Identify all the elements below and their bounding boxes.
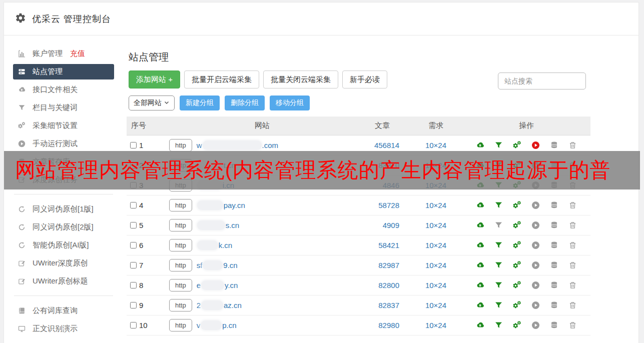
beginner-guide-button[interactable]: 新手必读 — [342, 70, 387, 88]
articles-count-link[interactable]: 58421 — [355, 241, 409, 250]
trash-action-icon[interactable] — [568, 200, 577, 210]
storage-action-icon[interactable] — [549, 280, 559, 290]
http-protocol-button[interactable]: http — [169, 279, 192, 292]
play-action-icon[interactable] — [531, 320, 540, 330]
sidebar-item[interactable]: 同义词伪原创[1版] — [13, 200, 114, 218]
upload-action-icon[interactable] — [475, 280, 485, 290]
site-domain-link[interactable]: k.cn — [197, 240, 233, 250]
row-checkbox[interactable] — [130, 282, 137, 288]
storage-action-icon[interactable] — [549, 260, 559, 270]
recharge-link[interactable]: 充值 — [70, 49, 85, 58]
play-action-icon[interactable] — [531, 140, 540, 150]
play-action-icon[interactable] — [531, 300, 540, 310]
row-checkbox[interactable] — [130, 322, 137, 328]
play-action-icon[interactable] — [531, 200, 540, 210]
sidebar-item[interactable]: UWriter原创标题 — [13, 272, 114, 290]
row-checkbox[interactable] — [130, 302, 137, 308]
http-protocol-button[interactable]: http — [169, 299, 192, 312]
trash-action-icon[interactable] — [568, 240, 577, 250]
new-group-button[interactable]: 新建分组 — [180, 96, 220, 110]
filter-action-icon[interactable] — [494, 260, 503, 270]
sidebar-item[interactable]: 手动运行测试 — [13, 134, 114, 152]
settings-action-icon[interactable] — [512, 200, 522, 210]
upload-action-icon[interactable] — [475, 300, 485, 310]
row-checkbox[interactable] — [130, 142, 137, 148]
sidebar-item[interactable]: 同义词伪原创[2版] — [13, 218, 114, 236]
settings-action-icon[interactable] — [512, 220, 522, 230]
http-protocol-button[interactable]: http — [169, 199, 192, 212]
row-checkbox[interactable] — [130, 222, 137, 228]
sidebar-item[interactable]: 公有词库查询 — [13, 302, 114, 320]
http-protocol-button[interactable]: http — [169, 319, 192, 332]
delete-group-button[interactable]: 删除分组 — [225, 96, 265, 110]
http-protocol-button[interactable]: http — [169, 239, 192, 252]
move-group-button[interactable]: 移动分组 — [270, 96, 310, 110]
site-domain-link[interactable]: vp.cn — [197, 320, 237, 330]
storage-action-icon[interactable] — [549, 140, 559, 150]
trash-action-icon[interactable] — [568, 280, 577, 290]
filter-action-icon[interactable] — [494, 240, 503, 250]
filter-action-icon[interactable] — [494, 140, 503, 150]
upload-action-icon[interactable] — [475, 200, 485, 210]
articles-count-link[interactable]: 82987 — [355, 261, 409, 270]
trash-action-icon[interactable] — [568, 220, 577, 230]
upload-action-icon[interactable] — [475, 320, 485, 330]
site-domain-link[interactable]: ey.cn — [197, 280, 238, 290]
settings-action-icon[interactable] — [512, 320, 522, 330]
articles-count-link[interactable]: 82837 — [355, 301, 409, 310]
play-action-icon[interactable] — [531, 260, 540, 270]
filter-action-icon[interactable] — [494, 280, 503, 290]
articles-count-link[interactable]: 456814 — [355, 141, 409, 150]
storage-action-icon[interactable] — [549, 220, 559, 230]
sidebar-item[interactable]: 采集细节设置 — [13, 116, 114, 134]
storage-action-icon[interactable] — [549, 300, 559, 310]
upload-action-icon[interactable] — [475, 260, 485, 270]
upload-action-icon[interactable] — [475, 240, 485, 250]
trash-action-icon[interactable] — [568, 320, 577, 330]
row-checkbox[interactable] — [130, 242, 137, 248]
storage-action-icon[interactable] — [549, 320, 559, 330]
play-action-icon[interactable] — [531, 220, 540, 230]
sidebar-item[interactable]: 智能伪原创[AI版] — [13, 236, 114, 254]
articles-count-link[interactable]: 82800 — [355, 281, 409, 290]
filter-action-icon[interactable] — [494, 220, 503, 230]
settings-action-icon[interactable] — [512, 240, 522, 250]
http-protocol-button[interactable]: http — [169, 259, 192, 272]
http-protocol-button[interactable]: http — [169, 219, 192, 232]
add-site-button[interactable]: 添加网站 + — [129, 70, 180, 88]
settings-action-icon[interactable] — [512, 280, 522, 290]
row-checkbox[interactable] — [130, 262, 137, 268]
settings-action-icon[interactable] — [512, 300, 522, 310]
batch-close-collect-button[interactable]: 批量关闭云端采集 — [263, 70, 338, 88]
trash-action-icon[interactable] — [568, 140, 577, 150]
row-checkbox[interactable] — [130, 202, 137, 208]
articles-count-link[interactable]: 82980 — [355, 321, 409, 330]
storage-action-icon[interactable] — [549, 200, 559, 210]
sidebar-item[interactable]: UWriter深度原创 — [13, 254, 114, 272]
http-protocol-button[interactable]: http — [169, 139, 192, 152]
site-filter-select[interactable]: 全部网站 — [129, 96, 175, 110]
filter-action-icon[interactable] — [494, 200, 503, 210]
settings-action-icon[interactable] — [512, 140, 522, 150]
site-domain-link[interactable]: pay.cn — [197, 200, 245, 210]
filter-action-icon[interactable] — [494, 320, 503, 330]
play-action-icon[interactable] — [531, 280, 540, 290]
sidebar-item[interactable]: 账户管理充值 — [13, 44, 114, 62]
filter-action-icon[interactable] — [494, 300, 503, 310]
sidebar-item[interactable]: 接口文件相关 — [13, 80, 114, 98]
articles-count-link[interactable]: 58728 — [355, 201, 409, 210]
sidebar-item[interactable]: 栏目与关键词 — [13, 98, 114, 116]
articles-count-link[interactable]: 4909 — [355, 221, 409, 230]
site-domain-link[interactable]: 2az.cn — [197, 300, 242, 310]
batch-open-collect-button[interactable]: 批量开启云端采集 — [184, 70, 259, 88]
upload-action-icon[interactable] — [475, 220, 485, 230]
play-action-icon[interactable] — [531, 240, 540, 250]
site-search-input[interactable] — [498, 72, 586, 90]
sidebar-item[interactable]: 正文识别演示 — [13, 320, 114, 338]
trash-action-icon[interactable] — [568, 300, 577, 310]
settings-action-icon[interactable] — [512, 260, 522, 270]
upload-action-icon[interactable] — [475, 140, 485, 150]
sidebar-item[interactable]: 站点管理 — [13, 64, 114, 80]
site-domain-link[interactable]: w.com — [197, 140, 278, 150]
site-domain-link[interactable]: s.cn — [197, 220, 240, 230]
